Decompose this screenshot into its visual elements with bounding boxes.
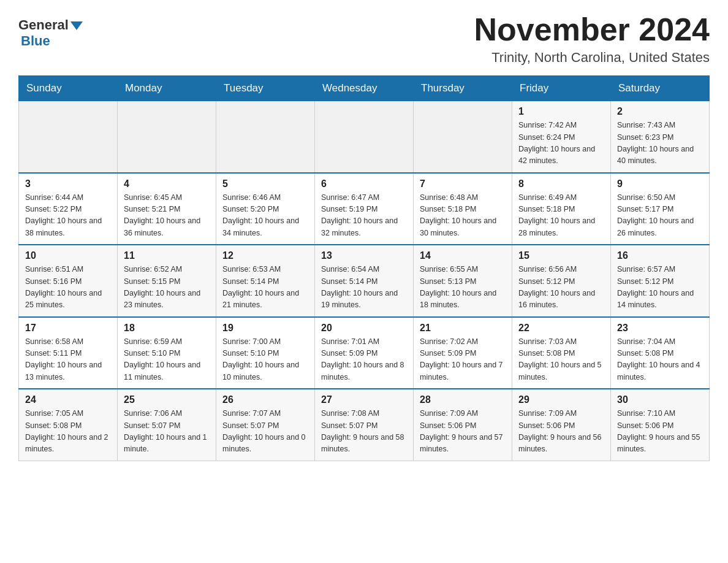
calendar-cell-w1-d0 — [19, 101, 118, 173]
day-info: Sunrise: 6:52 AMSunset: 5:15 PMDaylight:… — [124, 264, 210, 312]
calendar-cell-w4-d5: 22Sunrise: 7:03 AMSunset: 5:08 PMDayligh… — [512, 317, 611, 389]
day-info: Sunrise: 6:47 AMSunset: 5:19 PMDaylight:… — [321, 192, 407, 240]
col-saturday: Saturday — [611, 76, 710, 101]
day-number: 22 — [518, 323, 604, 334]
calendar-cell-w2-d5: 8Sunrise: 6:49 AMSunset: 5:18 PMDaylight… — [512, 173, 611, 245]
calendar-cell-w4-d1: 18Sunrise: 6:59 AMSunset: 5:10 PMDayligh… — [118, 317, 216, 389]
day-info: Sunrise: 7:04 AMSunset: 5:08 PMDaylight:… — [617, 336, 703, 384]
calendar-cell-w2-d6: 9Sunrise: 6:50 AMSunset: 5:17 PMDaylight… — [611, 173, 710, 245]
day-number: 14 — [420, 250, 506, 261]
day-info: Sunrise: 6:57 AMSunset: 5:12 PMDaylight:… — [617, 264, 703, 312]
day-number: 6 — [321, 178, 407, 190]
day-info: Sunrise: 6:49 AMSunset: 5:18 PMDaylight:… — [518, 192, 604, 240]
calendar-week-1: 1Sunrise: 7:42 AMSunset: 6:24 PMDaylight… — [19, 101, 710, 173]
calendar-cell-w4-d4: 21Sunrise: 7:02 AMSunset: 5:09 PMDayligh… — [414, 317, 512, 389]
day-number: 8 — [518, 178, 604, 190]
calendar-cell-w5-d1: 25Sunrise: 7:06 AMSunset: 5:07 PMDayligh… — [118, 389, 216, 461]
calendar-cell-w4-d2: 19Sunrise: 7:00 AMSunset: 5:10 PMDayligh… — [216, 317, 315, 389]
day-info: Sunrise: 6:48 AMSunset: 5:18 PMDaylight:… — [420, 192, 506, 240]
day-number: 5 — [222, 178, 308, 190]
calendar-cell-w5-d4: 28Sunrise: 7:09 AMSunset: 5:06 PMDayligh… — [414, 389, 512, 461]
calendar-cell-w5-d3: 27Sunrise: 7:08 AMSunset: 5:07 PMDayligh… — [315, 389, 414, 461]
day-number: 17 — [25, 323, 111, 334]
day-info: Sunrise: 7:03 AMSunset: 5:08 PMDaylight:… — [518, 336, 604, 384]
day-number: 28 — [420, 394, 506, 405]
day-number: 12 — [222, 250, 308, 261]
day-number: 29 — [518, 394, 604, 405]
day-number: 3 — [25, 178, 111, 190]
day-info: Sunrise: 7:42 AMSunset: 6:24 PMDaylight:… — [518, 120, 604, 167]
day-info: Sunrise: 7:05 AMSunset: 5:08 PMDaylight:… — [25, 408, 111, 456]
day-number: 11 — [124, 250, 210, 261]
day-info: Sunrise: 7:00 AMSunset: 5:10 PMDaylight:… — [222, 336, 308, 384]
page-header: General Blue November 2024 Trinity, Nort… — [18, 12, 710, 66]
calendar-cell-w5-d2: 26Sunrise: 7:07 AMSunset: 5:07 PMDayligh… — [216, 389, 315, 461]
calendar-cell-w4-d6: 23Sunrise: 7:04 AMSunset: 5:08 PMDayligh… — [611, 317, 710, 389]
col-sunday: Sunday — [19, 76, 118, 101]
day-info: Sunrise: 6:45 AMSunset: 5:21 PMDaylight:… — [124, 192, 210, 240]
day-info: Sunrise: 6:46 AMSunset: 5:20 PMDaylight:… — [222, 192, 308, 240]
day-info: Sunrise: 6:50 AMSunset: 5:17 PMDaylight:… — [617, 192, 703, 240]
day-info: Sunrise: 7:08 AMSunset: 5:07 PMDaylight:… — [321, 408, 407, 456]
calendar-cell-w3-d0: 10Sunrise: 6:51 AMSunset: 5:16 PMDayligh… — [19, 245, 118, 317]
day-info: Sunrise: 6:51 AMSunset: 5:16 PMDaylight:… — [25, 264, 111, 312]
day-info: Sunrise: 6:54 AMSunset: 5:14 PMDaylight:… — [321, 264, 407, 312]
calendar-table: Sunday Monday Tuesday Wednesday Thursday… — [18, 75, 710, 461]
calendar-cell-w1-d2 — [216, 101, 315, 173]
day-number: 15 — [518, 250, 604, 261]
calendar-cell-w3-d1: 11Sunrise: 6:52 AMSunset: 5:15 PMDayligh… — [118, 245, 216, 317]
day-info: Sunrise: 6:58 AMSunset: 5:11 PMDaylight:… — [25, 336, 111, 384]
day-info: Sunrise: 7:07 AMSunset: 5:07 PMDaylight:… — [222, 408, 308, 456]
day-number: 26 — [222, 394, 308, 405]
day-info: Sunrise: 7:01 AMSunset: 5:09 PMDaylight:… — [321, 336, 407, 384]
logo-blue-text: Blue — [21, 33, 50, 49]
day-info: Sunrise: 7:10 AMSunset: 5:06 PMDaylight:… — [617, 408, 703, 456]
day-info: Sunrise: 6:53 AMSunset: 5:14 PMDaylight:… — [222, 264, 308, 312]
calendar-week-2: 3Sunrise: 6:44 AMSunset: 5:22 PMDaylight… — [19, 173, 710, 245]
day-number: 21 — [420, 323, 506, 334]
calendar-cell-w2-d3: 6Sunrise: 6:47 AMSunset: 5:19 PMDaylight… — [315, 173, 414, 245]
col-wednesday: Wednesday — [315, 76, 414, 101]
day-number: 4 — [124, 178, 210, 190]
calendar-cell-w3-d2: 12Sunrise: 6:53 AMSunset: 5:14 PMDayligh… — [216, 245, 315, 317]
calendar-cell-w1-d5: 1Sunrise: 7:42 AMSunset: 6:24 PMDaylight… — [512, 101, 611, 173]
month-year-title: November 2024 — [474, 12, 710, 47]
calendar-cell-w2-d4: 7Sunrise: 6:48 AMSunset: 5:18 PMDaylight… — [414, 173, 512, 245]
day-info: Sunrise: 7:09 AMSunset: 5:06 PMDaylight:… — [518, 408, 604, 456]
day-info: Sunrise: 6:59 AMSunset: 5:10 PMDaylight:… — [124, 336, 210, 384]
day-number: 25 — [124, 394, 210, 405]
day-info: Sunrise: 6:56 AMSunset: 5:12 PMDaylight:… — [518, 264, 604, 312]
calendar-header-row: Sunday Monday Tuesday Wednesday Thursday… — [19, 76, 710, 101]
location-subtitle: Trinity, North Carolina, United States — [474, 50, 710, 66]
day-number: 10 — [25, 250, 111, 261]
calendar-week-5: 24Sunrise: 7:05 AMSunset: 5:08 PMDayligh… — [19, 389, 710, 461]
logo-triangle-icon — [70, 21, 83, 30]
day-info: Sunrise: 7:06 AMSunset: 5:07 PMDaylight:… — [124, 408, 210, 456]
day-number: 20 — [321, 323, 407, 334]
day-info: Sunrise: 7:43 AMSunset: 6:23 PMDaylight:… — [617, 120, 703, 167]
title-section: November 2024 Trinity, North Carolina, U… — [474, 12, 710, 66]
calendar-cell-w4-d0: 17Sunrise: 6:58 AMSunset: 5:11 PMDayligh… — [19, 317, 118, 389]
calendar-cell-w1-d6: 2Sunrise: 7:43 AMSunset: 6:23 PMDaylight… — [611, 101, 710, 173]
calendar-cell-w1-d3 — [315, 101, 414, 173]
calendar-cell-w3-d4: 14Sunrise: 6:55 AMSunset: 5:13 PMDayligh… — [414, 245, 512, 317]
calendar-cell-w3-d6: 16Sunrise: 6:57 AMSunset: 5:12 PMDayligh… — [611, 245, 710, 317]
day-number: 23 — [617, 323, 703, 334]
day-number: 18 — [124, 323, 210, 334]
calendar-cell-w5-d6: 30Sunrise: 7:10 AMSunset: 5:06 PMDayligh… — [611, 389, 710, 461]
day-info: Sunrise: 7:09 AMSunset: 5:06 PMDaylight:… — [420, 408, 506, 456]
col-tuesday: Tuesday — [216, 76, 315, 101]
day-number: 1 — [518, 106, 604, 117]
logo: General Blue — [18, 17, 83, 49]
calendar-cell-w2-d1: 4Sunrise: 6:45 AMSunset: 5:21 PMDaylight… — [118, 173, 216, 245]
logo-general-text: General — [18, 17, 69, 33]
calendar-cell-w5-d0: 24Sunrise: 7:05 AMSunset: 5:08 PMDayligh… — [19, 389, 118, 461]
calendar-cell-w3-d5: 15Sunrise: 6:56 AMSunset: 5:12 PMDayligh… — [512, 245, 611, 317]
calendar-week-4: 17Sunrise: 6:58 AMSunset: 5:11 PMDayligh… — [19, 317, 710, 389]
day-number: 7 — [420, 178, 506, 190]
day-number: 30 — [617, 394, 703, 405]
calendar-cell-w4-d3: 20Sunrise: 7:01 AMSunset: 5:09 PMDayligh… — [315, 317, 414, 389]
calendar-week-3: 10Sunrise: 6:51 AMSunset: 5:16 PMDayligh… — [19, 245, 710, 317]
logo-general: General — [18, 17, 83, 33]
day-info: Sunrise: 6:55 AMSunset: 5:13 PMDaylight:… — [420, 264, 506, 312]
